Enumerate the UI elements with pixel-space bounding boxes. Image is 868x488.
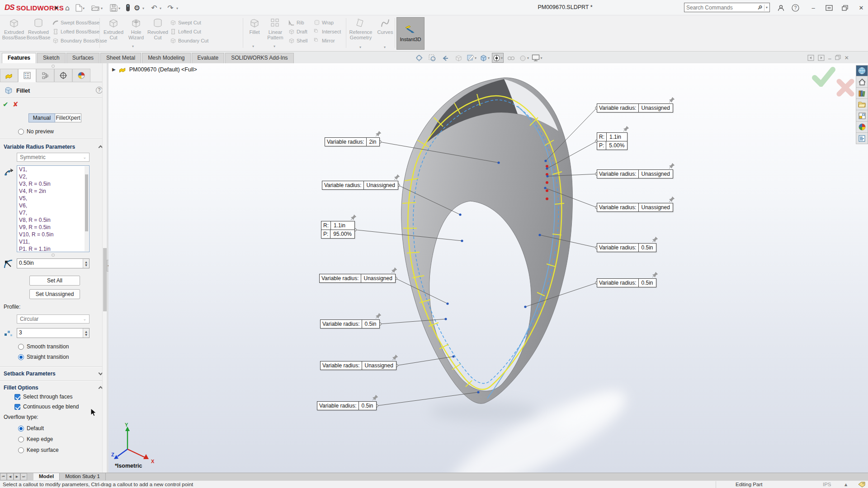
redo-icon[interactable]: ↷ [165,3,175,13]
callout-value[interactable]: 2in [367,138,379,146]
variable-radius-callout[interactable]: Variable radius:Unassigned [322,181,398,190]
no-preview-radio[interactable] [18,129,24,135]
minimize-icon[interactable]: – [808,4,818,12]
file-explorer-icon[interactable] [856,99,868,110]
edit-appearance-icon[interactable]: ▾ [518,53,530,63]
smooth-transition-option[interactable]: Smooth transition [18,343,69,350]
tab-scroll-first-icon[interactable]: ⏮ [0,473,7,480]
pin-icon[interactable] [350,214,357,221]
confirm-ok-button[interactable] [812,67,835,87]
help-icon[interactable]: ? [96,87,103,94]
options-dropdown-icon[interactable]: ▾ [142,6,144,10]
reference-geometry-button[interactable]: Reference Geometry [348,18,374,40]
save-dropdown-icon[interactable]: ▾ [118,6,120,10]
wrap-button[interactable]: Wrap [314,18,341,27]
panel-splitter-handle[interactable] [52,65,55,68]
status-units[interactable]: IPS [823,482,831,487]
zoom-to-fit-icon[interactable] [413,53,425,63]
pin-icon[interactable] [372,394,378,401]
open-dropdown-icon[interactable]: ▾ [101,6,103,10]
shell-button[interactable]: Shell [288,36,307,45]
variable-radius-callout[interactable]: Variable radius:Unassigned [320,361,396,370]
variable-radius-callout[interactable]: Variable radius:0.5in [317,401,377,410]
callout-value[interactable]: 95.00% [330,230,354,238]
pin-icon[interactable] [375,131,382,137]
options-gear-icon[interactable]: ⚙ [132,3,142,13]
pin-icon[interactable] [652,236,658,243]
instance-count-input[interactable] [19,329,78,336]
extruded-boss-button[interactable]: Extruded Boss/Base [3,18,25,40]
ok-button[interactable]: ✔ [3,100,9,108]
rib-button[interactable]: Rib [288,18,307,27]
home-icon[interactable] [856,76,868,88]
vrp-list-item[interactable]: V7, [17,209,89,216]
dropdown-icon[interactable]: ▾ [488,56,490,60]
swept-cut-button[interactable]: Swept Cut [170,18,208,27]
tab-evaluate[interactable]: Evaluate [192,53,225,63]
overflow-keep-edge-option[interactable]: Keep edge [18,436,53,442]
section-setback-parameters[interactable]: Setback Parameters [4,371,56,377]
boundary-boss-button[interactable]: Boundary Boss/Base [52,36,107,45]
callout-value[interactable]: 0.5in [639,244,656,252]
variable-radius-callout[interactable]: Variable radius:Unassigned [597,103,673,113]
vrp-list-item[interactable]: V4, R = 2in [17,188,89,195]
dropdown-icon[interactable]: ▾ [540,56,542,60]
linear-pattern-dropdown-icon[interactable]: ▾ [274,44,275,48]
tab-scroll-last-icon[interactable]: ⏭ [20,473,27,480]
variable-radius-callout[interactable]: Variable radius:2in [325,137,380,146]
open-icon[interactable] [90,3,100,13]
select-through-faces-checkbox[interactable] [14,394,20,400]
tab-configuration-manager[interactable] [36,69,54,82]
tab-dimxpert-manager[interactable] [54,69,72,82]
close-icon[interactable]: ✕ [856,4,866,12]
pin-icon[interactable] [652,272,658,278]
panel-scrollbar[interactable] [102,63,107,473]
cut-group-dropdown-icon[interactable]: ▾ [132,44,134,48]
tab-model[interactable]: Model [33,473,60,480]
continuous-edge-blend-checkbox[interactable] [14,404,20,410]
instant3d-toggle[interactable]: Instant3D [396,17,425,50]
feature-tree-node[interactable]: ▶ PM009670 (Default) <Full> [112,66,197,73]
previous-window-icon[interactable] [807,55,814,62]
vrp-list-item[interactable]: V6, [17,202,89,209]
callout-value[interactable]: 5.00% [606,141,627,150]
search-icon[interactable]: 🔎︎ [757,5,763,11]
vrp-list-item[interactable]: V10, R = 0.5in [17,231,89,238]
redo-dropdown-icon[interactable]: ▾ [176,6,178,10]
draft-button[interactable]: Draft [288,27,307,36]
view-orientation-icon[interactable]: ▾ [479,53,491,63]
pin-icon[interactable] [669,163,675,169]
set-all-button[interactable]: Set All [29,276,80,286]
tab-sketch[interactable]: Sketch [37,53,66,63]
set-unassigned-button[interactable]: Set Unassigned [29,289,80,299]
pin-icon[interactable] [375,313,382,319]
continuous-edge-blend-option[interactable]: Continuous edge blend [14,404,79,410]
extruded-cut-button[interactable]: Extruded Cut [102,18,125,40]
scrollbar-thumb[interactable] [85,174,88,231]
variable-radius-callout[interactable]: R:1.1inP:5.00% [597,132,627,150]
variable-radius-callout[interactable]: Variable radius:Unassigned [597,169,673,178]
variable-radius-callout[interactable]: Variable radius:0.5in [597,243,656,252]
vrp-list-item[interactable]: V1, [17,166,89,173]
overflow-default-radio[interactable] [18,426,24,432]
mirror-button[interactable]: Mirror [314,36,341,45]
overflow-keep-edge-radio[interactable] [18,436,24,442]
tab-property-manager[interactable] [18,69,36,82]
overflow-keep-surface-option[interactable]: Keep surface [18,447,59,453]
revolved-cut-button[interactable]: Revolved Cut [146,18,169,40]
callout-value[interactable]: 0.5in [362,320,379,328]
section-variable-radius-parameters[interactable]: Variable Radius Parameters [4,144,75,150]
tab-features[interactable]: Features [2,53,36,64]
tab-surfaces[interactable]: Surfaces [66,53,99,63]
save-icon[interactable] [108,3,118,13]
home-icon[interactable]: ⌂ [62,3,72,13]
vrp-list-item[interactable]: V3, R = 0.5in [17,180,89,188]
vrp-list-item[interactable]: V11, [17,238,89,245]
restore-icon[interactable] [840,4,850,12]
fillet-dropdown-icon[interactable]: ▾ [252,44,254,48]
previous-view-icon[interactable] [439,53,451,63]
straight-transition-radio[interactable] [18,354,24,360]
variable-radius-callout[interactable]: Variable radius:Unassigned [319,274,396,283]
callout-value[interactable]: Unassigned [362,361,396,370]
graphics-area[interactable]: Variable radius:2inVariable radius:Unass… [108,63,868,473]
